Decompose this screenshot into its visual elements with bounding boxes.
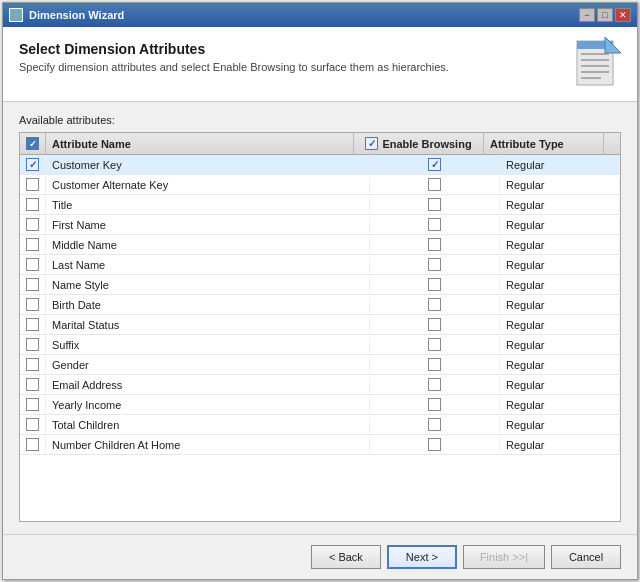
- row-browse-cell: [370, 156, 500, 173]
- row-browse-checkbox[interactable]: [428, 418, 441, 431]
- table-row[interactable]: Middle NameRegular: [20, 235, 620, 255]
- table-row[interactable]: SuffixRegular: [20, 335, 620, 355]
- row-checkbox[interactable]: [26, 358, 39, 371]
- row-browse-checkbox[interactable]: [428, 218, 441, 231]
- row-attribute-type: Regular: [500, 257, 620, 273]
- row-checkbox-cell: [20, 256, 46, 273]
- svg-marker-7: [605, 37, 621, 53]
- row-browse-checkbox[interactable]: [428, 198, 441, 211]
- row-checkbox[interactable]: [26, 218, 39, 231]
- col-header-name: Attribute Name: [46, 133, 354, 154]
- row-browse-cell: [370, 356, 500, 373]
- table-row[interactable]: Name StyleRegular: [20, 275, 620, 295]
- row-attribute-name: Title: [46, 197, 370, 213]
- row-attribute-type: Regular: [500, 177, 620, 193]
- title-bar-left: Dimension Wizard: [9, 8, 124, 22]
- table-row[interactable]: Yearly IncomeRegular: [20, 395, 620, 415]
- row-browse-checkbox[interactable]: [428, 278, 441, 291]
- row-browse-cell: [370, 416, 500, 433]
- row-checkbox[interactable]: [26, 378, 39, 391]
- table-row[interactable]: Birth DateRegular: [20, 295, 620, 315]
- page-subtitle: Specify dimension attributes and select …: [19, 61, 449, 73]
- title-bar: Dimension Wizard − □ ✕: [3, 3, 637, 27]
- row-attribute-name: Number Children At Home: [46, 437, 370, 453]
- maximize-button[interactable]: □: [597, 8, 613, 22]
- row-checkbox-cell: [20, 316, 46, 333]
- row-checkbox[interactable]: [26, 298, 39, 311]
- table-row[interactable]: First NameRegular: [20, 215, 620, 235]
- row-checkbox[interactable]: [26, 198, 39, 211]
- table-row[interactable]: TitleRegular: [20, 195, 620, 215]
- row-checkbox-cell: [20, 336, 46, 353]
- row-checkbox-cell: [20, 436, 46, 453]
- row-attribute-type: Regular: [500, 417, 620, 433]
- row-checkbox[interactable]: [26, 278, 39, 291]
- scroll-spacer: [604, 133, 620, 154]
- row-browse-checkbox[interactable]: [428, 398, 441, 411]
- row-checkbox-cell: [20, 176, 46, 193]
- window-title: Dimension Wizard: [29, 9, 124, 21]
- row-checkbox[interactable]: [26, 258, 39, 271]
- finish-button[interactable]: Finish >>|: [463, 545, 545, 569]
- table-row[interactable]: Total ChildrenRegular: [20, 415, 620, 435]
- table-header: Attribute Name Enable Browsing Attribute…: [20, 133, 620, 155]
- row-browse-checkbox[interactable]: [428, 378, 441, 391]
- row-browse-checkbox[interactable]: [428, 438, 441, 451]
- row-attribute-name: Gender: [46, 357, 370, 373]
- row-browse-cell: [370, 336, 500, 353]
- row-browse-checkbox[interactable]: [428, 178, 441, 191]
- row-attribute-type: Regular: [500, 337, 620, 353]
- svg-rect-5: [581, 71, 609, 73]
- next-button[interactable]: Next >: [387, 545, 457, 569]
- row-browse-checkbox[interactable]: [428, 318, 441, 331]
- back-button[interactable]: < Back: [311, 545, 381, 569]
- row-checkbox-cell: [20, 416, 46, 433]
- row-checkbox-cell: [20, 356, 46, 373]
- content-area: Available attributes: Attribute Name Ena…: [3, 102, 637, 534]
- minimize-button[interactable]: −: [579, 8, 595, 22]
- row-checkbox[interactable]: [26, 178, 39, 191]
- row-browse-cell: [370, 176, 500, 193]
- cancel-button[interactable]: Cancel: [551, 545, 621, 569]
- table-row[interactable]: Customer KeyRegular: [20, 155, 620, 175]
- row-browse-checkbox[interactable]: [428, 338, 441, 351]
- row-browse-checkbox[interactable]: [428, 258, 441, 271]
- row-attribute-type: Regular: [500, 237, 620, 253]
- header-checkbox[interactable]: [26, 137, 39, 150]
- table-row[interactable]: Last NameRegular: [20, 255, 620, 275]
- dimension-wizard-window: Dimension Wizard − □ ✕ Select Dimension …: [2, 2, 638, 580]
- table-row[interactable]: Number Children At HomeRegular: [20, 435, 620, 455]
- row-attribute-name: Birth Date: [46, 297, 370, 313]
- available-label: Available attributes:: [19, 114, 621, 126]
- row-attribute-name: Name Style: [46, 277, 370, 293]
- footer: < Back Next > Finish >>| Cancel: [3, 534, 637, 579]
- row-browse-checkbox[interactable]: [428, 298, 441, 311]
- row-attribute-name: Suffix: [46, 337, 370, 353]
- close-button[interactable]: ✕: [615, 8, 631, 22]
- row-attribute-type: Regular: [500, 297, 620, 313]
- row-checkbox[interactable]: [26, 238, 39, 251]
- table-row[interactable]: Customer Alternate KeyRegular: [20, 175, 620, 195]
- browse-header-checkbox[interactable]: [365, 137, 378, 150]
- row-checkbox[interactable]: [26, 438, 39, 451]
- row-checkbox-cell: [20, 156, 46, 173]
- row-browse-checkbox[interactable]: [428, 238, 441, 251]
- table-row[interactable]: GenderRegular: [20, 355, 620, 375]
- row-browse-checkbox[interactable]: [428, 158, 441, 171]
- row-checkbox[interactable]: [26, 418, 39, 431]
- row-checkbox[interactable]: [26, 398, 39, 411]
- row-checkbox[interactable]: [26, 338, 39, 351]
- row-browse-cell: [370, 296, 500, 313]
- table-body[interactable]: Customer KeyRegularCustomer Alternate Ke…: [20, 155, 620, 521]
- row-browse-checkbox[interactable]: [428, 358, 441, 371]
- row-attribute-type: Regular: [500, 357, 620, 373]
- row-checkbox-cell: [20, 276, 46, 293]
- row-attribute-name: Last Name: [46, 257, 370, 273]
- header-section: Select Dimension Attributes Specify dime…: [3, 27, 637, 102]
- table-row[interactable]: Marital StatusRegular: [20, 315, 620, 335]
- row-checkbox[interactable]: [26, 318, 39, 331]
- row-checkbox[interactable]: [26, 158, 39, 171]
- table-row[interactable]: Email AddressRegular: [20, 375, 620, 395]
- row-attribute-type: Regular: [500, 377, 620, 393]
- window-controls: − □ ✕: [579, 8, 631, 22]
